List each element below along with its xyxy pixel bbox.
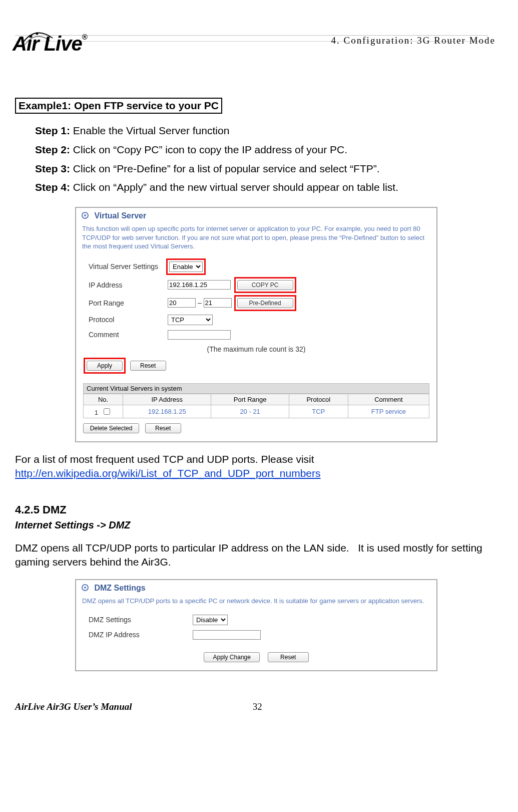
step-2-label: Step 2: xyxy=(35,144,70,155)
row-checkbox[interactable] xyxy=(104,408,110,415)
vs-port-label: Port Range xyxy=(87,295,165,312)
dmz-ip-input[interactable] xyxy=(193,630,261,640)
dmz-panel-header: DMZ Settings xyxy=(76,580,436,596)
row-no: 1 xyxy=(95,409,98,416)
dmz-screenshot: DMZ Settings DMZ opens all TCP/UDP ports… xyxy=(75,579,437,671)
gear-icon xyxy=(81,584,89,594)
vs-max-note: (The maximum rule count is 32) xyxy=(76,345,436,356)
registered-mark: ® xyxy=(82,33,87,41)
col-ip: IP Address xyxy=(123,394,211,405)
vs-comment-input[interactable] xyxy=(168,330,231,340)
step-1-label: Step 1: xyxy=(35,125,70,136)
step-4-text: Click on “Apply” and the new virtual ser… xyxy=(70,181,398,193)
vs-data-table: No. IP Address Port Range Protocol Comme… xyxy=(83,394,429,418)
virtual-server-screenshot: Virtual Server This function will open u… xyxy=(75,207,437,442)
col-portrange: Port Range xyxy=(211,394,289,405)
dmz-paragraph: DMZ opens all TCP/UDP ports to particula… xyxy=(15,541,488,570)
row-ip: 192.168.1.25 xyxy=(123,405,211,418)
dmz-reset-button[interactable]: Reset xyxy=(268,652,309,662)
wikipedia-ports-link[interactable]: http://en.wikipedia.org/wiki/List_of_TCP… xyxy=(15,467,321,479)
dmz-settings-select[interactable]: Disable xyxy=(193,615,228,625)
steps-list: Step 1: Enable the Virtual Server functi… xyxy=(35,121,488,197)
example-heading: Example1: Open FTP service to your PC xyxy=(15,98,222,114)
vs-settings-select[interactable]: Enable xyxy=(169,261,203,272)
row-pr: 20 - 21 xyxy=(211,405,289,418)
col-comment: Comment xyxy=(348,394,429,405)
dmz-panel-description: DMZ opens all TCP/UDP ports to a specifi… xyxy=(76,596,436,610)
step-3-text: Click on “Pre-Define” for a list of popu… xyxy=(70,163,380,174)
step-4-label: Step 4: xyxy=(35,181,70,193)
vs-settings-label: Virtual Server Settings xyxy=(87,258,165,276)
row-comment: FTP service xyxy=(348,405,429,418)
reset-button-2[interactable]: Reset xyxy=(145,423,181,433)
step-2-text: Click on “Copy PC” icon to copy the IP a… xyxy=(70,144,347,155)
step-1-text: Enable the Virtual Server function xyxy=(70,125,229,136)
step-1: Step 1: Enable the Virtual Server functi… xyxy=(35,121,488,140)
vs-ip-label: IP Address xyxy=(87,277,165,294)
step-2: Step 2: Click on “Copy PC” icon to copy … xyxy=(35,140,488,159)
pre-defined-button[interactable]: Pre-Defined xyxy=(237,298,293,308)
vs-panel-description: This function will open up specific port… xyxy=(76,223,436,255)
step-3-label: Step 3: xyxy=(35,163,70,174)
airlive-logo: Air Live® xyxy=(13,33,87,55)
vs-ip-input[interactable] xyxy=(168,280,231,290)
page-header: Air Live® 4. Configuration: 3G Router Mo… xyxy=(15,35,488,85)
dmz-panel-title: DMZ Settings xyxy=(94,584,145,592)
svg-point-2 xyxy=(84,214,86,216)
vs-port-to-input[interactable] xyxy=(204,298,232,308)
delete-selected-button[interactable]: Delete Selected xyxy=(83,423,139,433)
vs-port-from-input[interactable] xyxy=(168,298,196,308)
ports-text: For a list of most frequent used TCP and… xyxy=(15,453,314,465)
vs-list-title: Current Virtual Servers in system xyxy=(83,383,429,394)
svg-point-4 xyxy=(84,587,86,589)
page-footer: AirLive Air3G User’s Manual 32 xyxy=(15,701,488,717)
dmz-breadcrumb: Internet Settings -> DMZ xyxy=(15,519,488,531)
gear-icon xyxy=(81,211,89,221)
vs-proto-select[interactable]: TCP xyxy=(168,315,213,325)
reset-button[interactable]: Reset xyxy=(130,361,166,371)
copy-pc-button[interactable]: COPY PC xyxy=(237,280,293,290)
dmz-settings-label: DMZ Settings xyxy=(87,613,190,627)
chapter-title: 4. Configuration: 3G Router Mode xyxy=(331,35,495,46)
row-proto: TCP xyxy=(289,405,348,418)
svg-point-0 xyxy=(36,33,39,35)
page-number: 32 xyxy=(253,701,262,712)
manual-title: AirLive Air3G User’s Manual xyxy=(15,701,132,712)
vs-proto-label: Protocol xyxy=(87,313,165,327)
vs-panel-title: Virtual Server xyxy=(94,211,146,220)
dmz-apply-button[interactable]: Apply Change xyxy=(204,652,260,662)
step-3: Step 3: Click on “Pre-Define” for a list… xyxy=(35,159,488,178)
vs-panel-header: Virtual Server xyxy=(76,208,436,223)
vs-comment-label: Comment xyxy=(87,328,165,342)
col-proto: Protocol xyxy=(289,394,348,405)
apply-button[interactable]: Apply xyxy=(87,361,123,371)
port-range-separator: – xyxy=(198,299,204,307)
step-4: Step 4: Click on “Apply” and the new vir… xyxy=(35,178,488,197)
dmz-ip-label: DMZ IP Address xyxy=(87,628,190,642)
dmz-heading: 4.2.5 DMZ xyxy=(15,503,488,516)
vs-form: Virtual Server Settings Enable IP Addres… xyxy=(86,257,297,343)
col-no: No. xyxy=(84,394,123,405)
table-row: 1 192.168.1.25 20 - 21 TCP FTP service xyxy=(84,405,429,418)
